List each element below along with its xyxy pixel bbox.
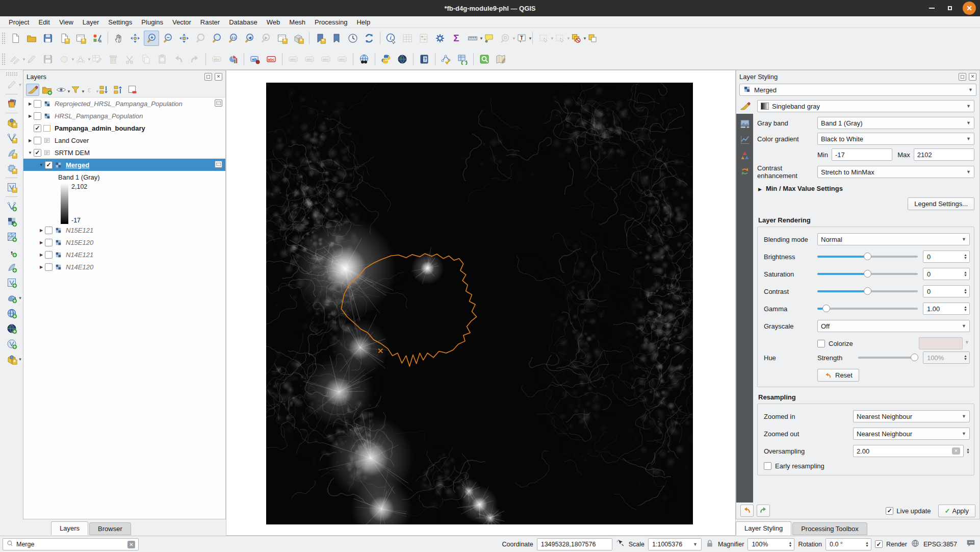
live-update-checkbox[interactable]: ✓ (886, 507, 893, 515)
open-layer-styling-panel-button[interactable] (26, 84, 39, 96)
strength-spinbox[interactable]: 100% ▲▼ (923, 352, 970, 364)
temporal-controller-button[interactable] (345, 31, 360, 46)
manage-map-themes-button[interactable]: ▼ (55, 84, 68, 96)
deselect-all-button[interactable]: ▼ (569, 31, 584, 46)
spin-arrows-icon[interactable]: ▲▼ (962, 355, 967, 361)
minimize-button[interactable] (926, 3, 937, 14)
new-spatial-bookmark-button[interactable]: * (313, 31, 328, 46)
new-spatialite-layer-button[interactable]: * (4, 145, 19, 161)
new-map-view-button[interactable]: * (274, 31, 290, 46)
toolbar-grip[interactable] (6, 72, 18, 76)
contrast-spinbox[interactable]: 0▲▼ (923, 285, 970, 297)
color-gradient-select[interactable]: Black to White ▼ (817, 133, 974, 145)
lock-icon[interactable] (705, 539, 714, 549)
zoom-native-button[interactable]: 1:1 (225, 31, 241, 46)
close-button[interactable]: ✕ (963, 2, 976, 15)
grayscale-select[interactable]: Off ▼ (817, 320, 970, 332)
colorize-color-swatch[interactable]: ▼ (919, 337, 963, 349)
diagram-options-button[interactable] (225, 52, 241, 67)
zoom-in-button[interactable]: + (144, 31, 159, 46)
max-input[interactable]: 2102 (914, 148, 974, 161)
layer-visibility-checkbox[interactable] (34, 112, 41, 120)
add-raster-layer-button[interactable] (4, 214, 19, 229)
magnifier-spinbox[interactable]: 100% ▲▼ (747, 538, 794, 550)
menu-help[interactable]: Help (352, 17, 375, 27)
gray-band-select[interactable]: Band 1 (Gray) ▼ (817, 117, 974, 129)
layer-visibility-checkbox[interactable] (34, 100, 41, 108)
expand-arrow-icon[interactable]: ▶ (38, 240, 45, 245)
early-resampling-checkbox[interactable] (764, 462, 771, 470)
new-print-layout-button[interactable]: * (57, 31, 72, 46)
processing-toolbox-button[interactable] (432, 31, 448, 46)
spin-arrows-icon[interactable]: ▲▼ (962, 288, 967, 294)
zoomed-in-select[interactable]: Nearest Neighbour ▼ (853, 410, 970, 422)
filter-legend-button[interactable]: ▼ (69, 84, 82, 96)
pan-map-button[interactable] (111, 31, 126, 46)
spin-arrows-icon[interactable]: ▲▼ (786, 541, 792, 547)
expand-arrow-icon[interactable]: ▶ (38, 228, 45, 233)
legend-settings-button[interactable]: Legend Settings... (908, 197, 974, 210)
new-geopackage-button[interactable]: *▼ (4, 352, 19, 367)
refresh-attribute-table-button[interactable] (455, 52, 470, 67)
layer-item-pampanga-admin-boundary[interactable]: ✓Pampanga_admin_boundary (23, 122, 225, 134)
close-panel-icon[interactable]: ✕ (969, 73, 976, 81)
menu-project[interactable]: Project (4, 17, 34, 27)
menu-view[interactable]: View (55, 17, 78, 27)
new-temporary-scratch-layer-button[interactable]: * (4, 161, 19, 176)
memory-layer-indicator-icon[interactable] (215, 161, 222, 168)
messages-bubble-icon[interactable] (966, 538, 976, 550)
map-canvas-area[interactable] (226, 70, 736, 536)
minmax-settings-expander[interactable]: ▶Min / Max Value Settings (758, 185, 974, 192)
menu-raster[interactable]: Raster (196, 17, 224, 27)
layer-item-land-cover[interactable]: ▶Land Cover (23, 134, 225, 146)
new-geopackage-layer-button[interactable]: * (4, 115, 19, 130)
layer-item-srtm-dem[interactable]: ▼✓SRTM DEM (23, 146, 225, 159)
contrast-slider[interactable] (817, 287, 918, 296)
transparency-tab[interactable] (737, 116, 752, 131)
expand-arrow-icon[interactable]: ▶ (27, 114, 34, 118)
spin-arrows-icon[interactable]: ▲▼ (964, 448, 970, 454)
menu-plugins[interactable]: Plugins (137, 17, 168, 27)
menu-processing[interactable]: Processing (310, 17, 352, 27)
style-undo-button[interactable] (740, 505, 754, 517)
mouse-extents-icon[interactable] (616, 539, 625, 549)
text-annotation-button[interactable]: T▼ (514, 31, 529, 46)
metasearch-button[interactable] (356, 52, 372, 67)
python-console-button[interactable] (378, 52, 394, 67)
spin-arrows-icon[interactable]: ▲▼ (962, 254, 967, 260)
render-checkbox[interactable]: ✓ (875, 540, 883, 548)
clear-search-icon[interactable]: ✕ (127, 541, 135, 548)
strength-slider[interactable] (858, 353, 918, 362)
searn-search-button[interactable] (477, 52, 492, 67)
show-bookmarks-button[interactable] (329, 31, 344, 46)
clear-icon[interactable]: ✕ (952, 447, 960, 455)
brightness-slider[interactable] (817, 252, 918, 261)
layer-labeling-rule-button[interactable]: abc (264, 52, 279, 67)
check-geometries-button[interactable] (439, 52, 454, 67)
layer-labeling-button[interactable]: ab (247, 52, 263, 67)
memory-layer-indicator-icon[interactable] (215, 99, 222, 107)
refresh-map-button[interactable] (362, 31, 377, 46)
layer-item-merged[interactable]: ▼✓Merged (23, 159, 225, 171)
layer-visibility-checkbox[interactable] (34, 137, 41, 144)
osm-place-search-button[interactable] (493, 52, 508, 67)
maximize-button[interactable] (944, 3, 956, 14)
expand-arrow-icon[interactable]: ▶ (27, 138, 34, 143)
help-contents-button[interactable]: ? (417, 52, 432, 67)
styling-layer-select[interactable]: Merged ▼ (739, 84, 976, 96)
new-project-button[interactable] (8, 31, 23, 46)
layer-visibility-checkbox[interactable]: ✓ (34, 124, 41, 132)
oversampling-input[interactable]: 2.00 ✕ (853, 445, 964, 457)
menu-vector[interactable]: Vector (168, 17, 196, 27)
layer-item-n14e120[interactable]: ▶N14E120 (23, 261, 225, 273)
menu-mesh[interactable]: Mesh (285, 17, 310, 27)
collapse-arrow-icon[interactable]: ▼ (38, 163, 45, 167)
zoom-out-button[interactable]: − (160, 31, 175, 46)
blending-mode-select[interactable]: Normal ▼ (817, 233, 970, 245)
select-by-value-button[interactable] (585, 31, 600, 46)
collapse-all-button[interactable] (112, 84, 125, 96)
coordinate-input[interactable]: 13495328,1807576 (537, 538, 612, 550)
layer-visibility-checkbox[interactable]: ✓ (34, 149, 41, 157)
layer-item-reprojected-hrsl-pampanga-population[interactable]: ▶Reprojected_HRSL_Pampanga_Population (23, 97, 225, 110)
toolbar-grip[interactable] (2, 53, 6, 65)
